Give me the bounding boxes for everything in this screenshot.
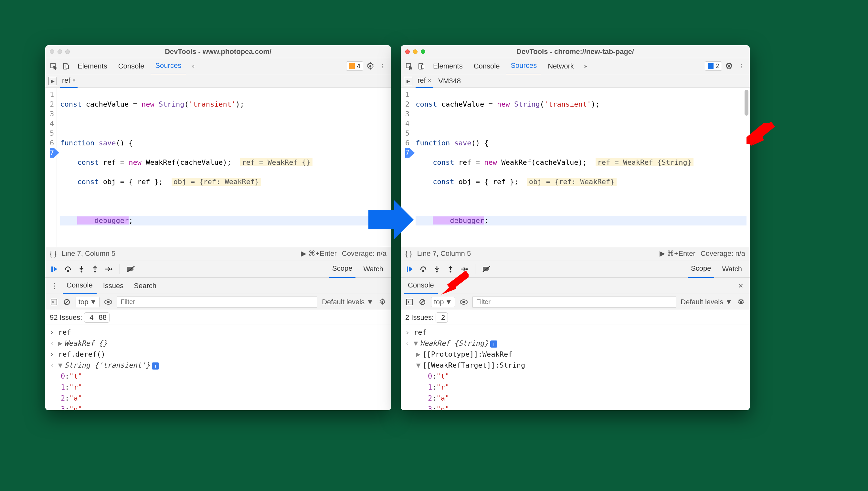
window-controls[interactable] xyxy=(50,50,70,54)
minimize-icon[interactable] xyxy=(58,50,62,54)
step-icon[interactable] xyxy=(104,265,113,273)
zoom-icon[interactable] xyxy=(421,50,425,54)
console-settings-icon[interactable] xyxy=(378,298,387,306)
object-property[interactable]: 0: "t" xyxy=(45,371,391,382)
issues-row[interactable]: 2 Issues: 2 xyxy=(401,310,750,325)
tab-scope[interactable]: Scope xyxy=(329,260,356,278)
close-tab-icon[interactable]: × xyxy=(73,77,76,84)
more-tabs-icon[interactable]: » xyxy=(580,61,591,71)
clear-console-icon[interactable] xyxy=(418,298,426,306)
braces-icon[interactable]: { } xyxy=(405,249,412,258)
console-output[interactable]: ›ref ‹▼WeakRef {String}i ▶[[Prototype]]:… xyxy=(401,325,750,410)
close-drawer-icon[interactable]: × xyxy=(735,281,747,291)
tab-sources[interactable]: Sources xyxy=(150,58,186,75)
info-badge-icon[interactable]: i xyxy=(490,341,497,348)
inspect-icon[interactable] xyxy=(404,61,414,71)
info-badge-icon[interactable]: i xyxy=(152,363,159,370)
close-icon[interactable] xyxy=(50,50,54,54)
coverage-status[interactable]: Coverage: n/a xyxy=(342,249,387,258)
tab-sources[interactable]: Sources xyxy=(506,58,541,75)
object-property[interactable]: 2: "a" xyxy=(45,393,391,404)
code-editor[interactable]: 1234567 const cacheValue = new String('t… xyxy=(401,88,750,247)
tab-console[interactable]: Console xyxy=(114,58,149,74)
step-over-icon[interactable] xyxy=(419,265,428,273)
inspect-icon[interactable] xyxy=(49,61,59,71)
warnings-badge[interactable]: 4 xyxy=(346,61,363,71)
close-tab-icon[interactable]: × xyxy=(428,77,431,84)
console-settings-icon[interactable] xyxy=(737,298,745,306)
drawer-menu-icon[interactable]: ⋮ xyxy=(49,281,60,290)
object-property[interactable]: 1: "r" xyxy=(401,382,750,393)
code-content[interactable]: const cacheValue = new String('transient… xyxy=(412,88,750,247)
deactivate-breakpoints-icon[interactable] xyxy=(482,265,491,273)
object-property[interactable]: 3: "n" xyxy=(401,404,750,410)
object-property[interactable]: ▼[[WeakRefTarget]]: String xyxy=(401,360,750,371)
issues-row[interactable]: 92 Issues: 4 88 xyxy=(45,310,391,325)
settings-icon[interactable] xyxy=(724,61,734,71)
run-shortcut[interactable]: ▶ ⌘+Enter xyxy=(301,249,337,258)
more-tabs-icon[interactable]: » xyxy=(188,61,198,71)
run-snippet-icon[interactable]: ▶ xyxy=(404,77,412,85)
tab-watch[interactable]: Watch xyxy=(360,260,387,278)
console-sidebar-icon[interactable] xyxy=(50,298,58,306)
object-property[interactable]: 0: "t" xyxy=(401,371,750,382)
tab-network[interactable]: Network xyxy=(543,58,579,74)
line-gutter[interactable]: 1234567 xyxy=(45,88,57,247)
run-shortcut[interactable]: ▶ ⌘+Enter xyxy=(660,249,695,258)
collapse-icon[interactable]: ▼ xyxy=(58,361,62,369)
device-icon[interactable] xyxy=(61,61,71,71)
tab-watch[interactable]: Watch xyxy=(719,260,745,278)
minimize-icon[interactable] xyxy=(413,50,418,54)
zoom-icon[interactable] xyxy=(65,50,70,54)
resume-icon[interactable] xyxy=(50,265,59,273)
issues-counts[interactable]: 2 xyxy=(436,312,448,323)
object-property[interactable]: 1: "r" xyxy=(45,382,391,393)
collapse-icon[interactable]: ▼ xyxy=(414,339,418,347)
live-expression-icon[interactable] xyxy=(459,298,468,306)
device-icon[interactable] xyxy=(416,61,426,71)
step-into-icon[interactable] xyxy=(77,265,86,273)
tab-elements[interactable]: Elements xyxy=(73,58,112,74)
deactivate-breakpoints-icon[interactable] xyxy=(127,265,135,273)
tab-console[interactable]: Console xyxy=(469,58,504,74)
collapse-icon[interactable]: ▼ xyxy=(416,360,420,371)
console-result[interactable]: WeakRef {} xyxy=(64,339,107,347)
console-result[interactable]: WeakRef {String} xyxy=(420,339,488,347)
context-selector[interactable]: top▼ xyxy=(431,297,455,307)
console-result[interactable]: String {'transient'} xyxy=(64,361,150,369)
clear-console-icon[interactable] xyxy=(63,298,71,306)
console-output[interactable]: ›ref ‹▶WeakRef {} ›ref.deref() ‹▼String … xyxy=(45,325,391,410)
scrollbar-thumb[interactable] xyxy=(745,90,749,116)
run-snippet-icon[interactable]: ▶ xyxy=(49,77,57,85)
object-property[interactable]: ▶[[Prototype]]: WeakRef xyxy=(401,349,750,360)
file-tab-vm[interactable]: VM348 xyxy=(436,74,463,88)
file-tab-ref[interactable]: ref× xyxy=(416,74,433,88)
step-over-icon[interactable] xyxy=(63,265,73,273)
file-tab-ref[interactable]: ref× xyxy=(60,74,78,88)
settings-icon[interactable] xyxy=(365,61,375,71)
step-out-icon[interactable] xyxy=(90,265,100,273)
close-icon[interactable] xyxy=(405,50,410,54)
resume-icon[interactable] xyxy=(405,265,414,273)
code-content[interactable]: const cacheValue = new String('transient… xyxy=(57,88,391,247)
kebab-icon[interactable]: ⋮ xyxy=(377,61,388,71)
object-property[interactable]: 2: "a" xyxy=(401,393,750,404)
drawer-tab-console[interactable]: Console xyxy=(404,277,438,294)
braces-icon[interactable]: { } xyxy=(50,249,57,258)
context-selector[interactable]: top▼ xyxy=(76,297,100,307)
info-badge[interactable]: 2 xyxy=(705,61,722,71)
log-levels-selector[interactable]: Default levels▼ xyxy=(680,298,732,306)
coverage-status[interactable]: Coverage: n/a xyxy=(701,249,745,258)
kebab-icon[interactable]: ⋮ xyxy=(736,61,747,71)
window-controls[interactable] xyxy=(405,50,425,54)
tab-elements[interactable]: Elements xyxy=(428,58,467,74)
expand-icon[interactable]: ▶ xyxy=(416,349,420,360)
issues-counts[interactable]: 4 88 xyxy=(84,312,110,323)
tab-scope[interactable]: Scope xyxy=(688,260,714,278)
log-levels-selector[interactable]: Default levels▼ xyxy=(322,298,373,306)
live-expression-icon[interactable] xyxy=(104,298,112,306)
filter-input[interactable] xyxy=(117,296,317,308)
drawer-tab-issues[interactable]: Issues xyxy=(99,278,128,294)
code-editor[interactable]: 1234567 const cacheValue = new String('t… xyxy=(45,88,391,247)
expand-icon[interactable]: ▶ xyxy=(58,339,62,347)
